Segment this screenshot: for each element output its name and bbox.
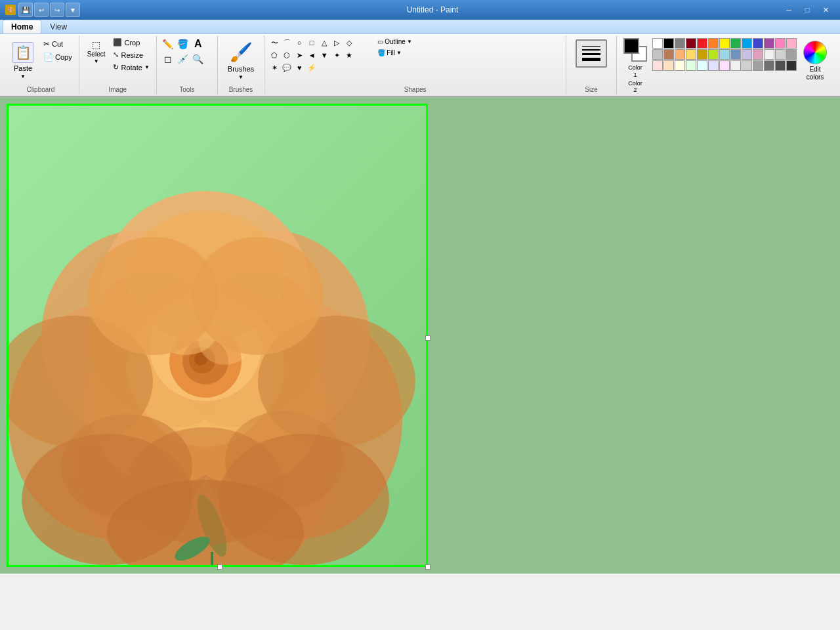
swatch-lightgray[interactable] (652, 49, 663, 60)
swatch-medgray[interactable] (786, 49, 797, 60)
redo-button[interactable]: ↪ (50, 3, 64, 17)
swatch-mauve[interactable] (753, 49, 763, 60)
customize-button[interactable]: ▼ (66, 3, 80, 17)
swatch-brown[interactable] (663, 49, 674, 60)
swatch-red[interactable] (697, 38, 707, 49)
crop-button[interactable]: ⬛ Crop (110, 37, 152, 48)
save-button[interactable]: 💾 (18, 3, 33, 17)
color-picker-tool[interactable]: 💉 (176, 52, 190, 66)
outline-button[interactable]: ▭ Outline ▼ (375, 37, 415, 47)
shape-rect[interactable]: □ (306, 37, 318, 49)
resize-label: Resize (121, 51, 143, 59)
pencil-tool[interactable]: ✏️ (161, 37, 175, 51)
resize-handle-e[interactable] (425, 335, 430, 341)
maximize-button[interactable]: □ (798, 3, 816, 17)
shape-triangle[interactable]: △ (318, 37, 330, 49)
shape-irregular[interactable]: ⌒ (281, 37, 293, 49)
swatch-peach[interactable] (675, 49, 685, 60)
swatch-blush[interactable] (652, 60, 663, 71)
tools-label: Tools (161, 85, 213, 93)
swatch-blue[interactable] (742, 38, 752, 49)
swatch-lightcyan[interactable] (697, 60, 707, 71)
select-button[interactable]: ⬚ Select ▼ (83, 37, 110, 67)
tab-home[interactable]: Home (3, 20, 41, 33)
eraser-tool[interactable]: ◻ (161, 52, 175, 66)
shape-lightning[interactable]: ⚡ (306, 62, 318, 74)
swatch-lime[interactable] (708, 49, 719, 60)
minimize-button[interactable]: ─ (780, 3, 798, 17)
clipboard-content: 📋 Paste ▼ ✂ Cut 📄 Copy (7, 37, 75, 85)
swatch-purple[interactable] (764, 38, 774, 49)
swatch-darkcharcoal[interactable] (786, 60, 797, 71)
size-label: Size (570, 85, 612, 93)
fill-label: Fill (387, 49, 395, 56)
shape-arrow-r[interactable]: ➤ (293, 49, 305, 61)
fill-button[interactable]: 🪣 Fill ▼ (375, 48, 415, 58)
brushes-label: Brushes (228, 65, 254, 73)
shape-star4[interactable]: ✦ (331, 49, 343, 61)
swatch-gray[interactable] (675, 38, 685, 49)
canvas[interactable] (9, 106, 426, 565)
swatch-gray3[interactable] (753, 60, 763, 71)
tools-content: ✏️ 🪣 A ◻ 💉 🔍 (161, 37, 213, 85)
paste-button[interactable]: 📋 Paste ▼ (7, 37, 39, 85)
clipboard-label: Clipboard (7, 85, 75, 93)
swatch-apricot[interactable] (663, 60, 674, 71)
swatch-darkred[interactable] (686, 38, 696, 49)
swatch-green[interactable] (730, 38, 741, 49)
color1-box[interactable] (623, 38, 639, 54)
resize-button[interactable]: ⤡ Resize (110, 49, 152, 60)
shape-callout[interactable]: 💬 (281, 62, 293, 74)
shape-hex[interactable]: ⬡ (281, 49, 293, 61)
swatch-yellow[interactable] (719, 38, 730, 49)
shape-star5[interactable]: ★ (343, 49, 355, 61)
shape-scroll[interactable]: ▼ (318, 49, 330, 61)
text-tool[interactable]: A (191, 37, 205, 51)
shape-star6[interactable]: ✶ (268, 62, 280, 74)
shape-curve[interactable]: 〜 (268, 37, 280, 49)
shape-ellipse[interactable]: ○ (293, 37, 305, 49)
copy-button[interactable]: 📄 Copy (41, 51, 75, 63)
magnifier-tool[interactable]: 🔍 (191, 52, 205, 66)
swatch-thistle[interactable] (719, 60, 730, 71)
tools-group: ✏️ 🪣 A ◻ 💉 🔍 Tools (157, 35, 218, 94)
swatch-lavender[interactable] (742, 49, 752, 60)
select-icon: ⬚ (92, 39, 100, 50)
shape-heart[interactable]: ♥ (293, 62, 305, 74)
swatch-charcoal[interactable] (775, 60, 786, 71)
swatch-lightpink[interactable] (786, 38, 797, 49)
swatch-steelblue[interactable] (730, 49, 741, 60)
shape-arrow-l[interactable]: ◄ (306, 49, 318, 61)
swatch-white[interactable] (652, 38, 663, 49)
tab-view[interactable]: View (41, 20, 75, 33)
resize-handle-se[interactable] (425, 564, 430, 570)
resize-handle-s[interactable] (217, 564, 222, 570)
cut-button[interactable]: ✂ Cut (41, 38, 75, 50)
shape-more[interactable]: ▷ (331, 37, 343, 49)
swatch-indigo[interactable] (753, 38, 763, 49)
swatch-orange[interactable] (708, 38, 719, 49)
close-button[interactable]: ✕ (816, 3, 835, 17)
swatch-white2[interactable] (730, 60, 741, 71)
swatch-gold[interactable] (686, 49, 696, 60)
fill-tool[interactable]: 🪣 (176, 37, 190, 51)
shape-diamond[interactable]: ◇ (343, 37, 355, 49)
swatch-darkgold[interactable] (697, 49, 707, 60)
swatch-silver[interactable] (775, 49, 786, 60)
swatch-periwinkle[interactable] (708, 60, 719, 71)
swatch-nearwhite[interactable] (764, 49, 774, 60)
swatch-darkgray[interactable] (764, 60, 774, 71)
brushes-button[interactable]: 🖌️ Brushes ▼ (222, 37, 260, 83)
swatch-gray2[interactable] (742, 60, 752, 71)
swatch-cream[interactable] (675, 60, 685, 71)
swatch-mintgreen[interactable] (686, 60, 696, 71)
undo-button[interactable]: ↩ (34, 3, 49, 17)
swatch-pink[interactable] (775, 38, 786, 49)
rotate-button[interactable]: ↻ Rotate ▼ (110, 62, 152, 73)
shape-pentagon[interactable]: ⬠ (268, 49, 280, 61)
edit-colors-button[interactable]: Editcolors (799, 38, 831, 84)
swatch-skyblue[interactable] (719, 49, 730, 60)
size-selector[interactable] (576, 39, 607, 68)
brush-icon: 🖌️ (229, 40, 253, 64)
swatch-black[interactable] (663, 38, 674, 49)
